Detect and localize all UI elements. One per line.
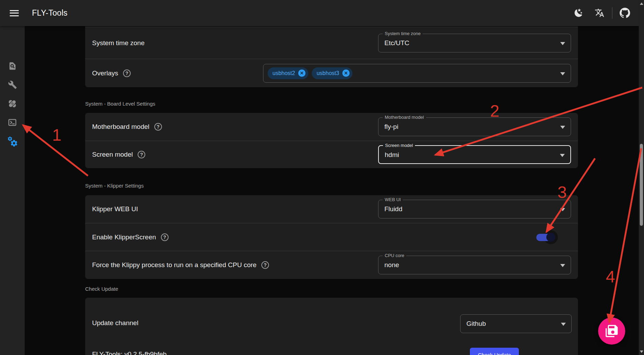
help-icon[interactable]: ? xyxy=(261,261,269,269)
settings-card-klipper: Klipper WEB UI WEB UI Fluidd Enable Klip… xyxy=(85,195,578,279)
row-label: Update channel xyxy=(92,319,138,327)
row-klipper-web-ui: Klipper WEB UI WEB UI Fluidd xyxy=(85,195,578,223)
check-update-button[interactable]: Check Update xyxy=(470,348,519,355)
row-label: Force the Klippy process to run on a spe… xyxy=(92,261,256,269)
annotation-number-4: 4 xyxy=(606,267,615,286)
section-header-board: System - Board Level Settings xyxy=(85,101,155,107)
menu-icon[interactable] xyxy=(10,8,19,17)
settings-card-update: Update channel Github FLY-Tools: v0.2.5-… xyxy=(85,298,578,355)
row-label: Motherboard model xyxy=(92,123,149,131)
select-value: Github xyxy=(466,315,486,333)
github-button[interactable] xyxy=(618,6,631,19)
web-ui-select[interactable]: WEB UI Fluidd xyxy=(378,200,571,218)
row-cpu-core: Force the Klippy process to run on a spe… xyxy=(85,251,578,279)
scrollbar-down-arrow[interactable] xyxy=(639,349,644,354)
sidebar xyxy=(0,26,25,355)
annotation-number-1: 1 xyxy=(52,125,62,145)
row-screen-model: Screen model ? Screen model hdmi xyxy=(85,141,578,168)
annotation-arrow-1 xyxy=(23,125,88,176)
terminal-icon xyxy=(8,118,17,127)
scrollbar-thumb[interactable] xyxy=(640,144,643,226)
chip-label: usbhost2 xyxy=(272,70,295,76)
section-header-klipper: System - Klipper Settings xyxy=(85,183,144,189)
overlays-select[interactable]: usbhost2 ✕ usbhost3 ✕ xyxy=(263,64,571,83)
select-value: hdmi xyxy=(385,146,399,164)
settings-gears-icon xyxy=(7,136,18,147)
bandage-icon xyxy=(8,99,17,108)
night-mode-icon xyxy=(574,8,584,18)
klipperscreen-toggle[interactable] xyxy=(536,230,558,245)
github-icon xyxy=(620,8,630,18)
select-value: fly-pi xyxy=(384,118,398,136)
app-bar: FLY-Tools xyxy=(0,0,639,26)
scrollbar xyxy=(639,0,644,355)
chevron-down-icon xyxy=(560,264,565,267)
row-overlays: Overlays ? usbhost2 ✕ usbhost3 ✕ xyxy=(85,59,578,87)
row-label: Overlays xyxy=(92,69,118,77)
chevron-down-icon xyxy=(560,154,565,157)
section-header-update: Check Update xyxy=(85,286,118,292)
scrollbar-up-arrow[interactable] xyxy=(639,1,644,6)
row-label: System time zone xyxy=(92,39,145,47)
sidebar-item-tools[interactable] xyxy=(0,77,25,92)
app-title: FLY-Tools xyxy=(32,8,67,18)
toggle-thumb xyxy=(546,233,555,242)
overlay-chip: usbhost2 ✕ xyxy=(268,67,308,79)
wrench-icon xyxy=(8,80,17,89)
help-icon[interactable]: ? xyxy=(154,123,162,131)
select-value: Fluidd xyxy=(384,200,402,218)
chip-label: usbhost3 xyxy=(317,70,339,76)
sidebar-item-patches[interactable] xyxy=(0,96,25,111)
row-system-time-zone: System time zone System time zone Etc/UT… xyxy=(85,27,578,59)
row-motherboard-model: Motherboard model ? Motherboard model fl… xyxy=(85,113,578,141)
chip-close-icon[interactable]: ✕ xyxy=(342,69,350,77)
file-search-icon xyxy=(8,61,17,71)
save-fab-button[interactable] xyxy=(598,317,625,345)
help-icon[interactable]: ? xyxy=(161,233,169,241)
row-label: Screen model xyxy=(92,151,133,158)
chevron-down-icon xyxy=(560,42,565,45)
help-icon[interactable]: ? xyxy=(123,69,131,77)
chevron-down-icon xyxy=(561,323,566,326)
overlay-chip: usbhost3 ✕ xyxy=(312,67,352,79)
row-label: Enable KlipperScreen xyxy=(92,233,156,241)
row-enable-klipperscreen: Enable KlipperScreen ? xyxy=(85,223,578,251)
translate-button[interactable] xyxy=(593,6,606,19)
help-icon[interactable]: ? xyxy=(138,151,145,158)
chevron-down-icon xyxy=(560,72,565,75)
update-channel-select[interactable]: Github xyxy=(460,314,572,333)
select-value: none xyxy=(384,256,399,274)
topbar-divider xyxy=(612,7,612,19)
sidebar-item-logs[interactable] xyxy=(0,58,25,74)
cpu-core-select[interactable]: CPU core none xyxy=(378,256,571,274)
chevron-down-icon xyxy=(560,208,565,211)
save-all-icon xyxy=(605,324,618,338)
chip-close-icon[interactable]: ✕ xyxy=(298,69,305,77)
timezone-select[interactable]: System time zone Etc/UTC xyxy=(378,34,571,52)
chip-row: usbhost2 ✕ usbhost3 ✕ xyxy=(268,64,352,82)
night-mode-button[interactable] xyxy=(572,6,585,19)
sidebar-item-terminal[interactable] xyxy=(0,115,25,130)
select-value: Etc/UTC xyxy=(384,34,409,52)
screen-model-select[interactable]: Screen model hdmi xyxy=(378,145,571,164)
version-label: FLY-Tools: v0.2.5-fb9bfeb xyxy=(92,350,166,355)
chevron-down-icon xyxy=(560,126,565,129)
settings-card-board: Motherboard model ? Motherboard model fl… xyxy=(85,113,578,168)
motherboard-select[interactable]: Motherboard model fly-pi xyxy=(378,117,571,136)
translate-icon xyxy=(595,8,604,18)
sidebar-item-settings[interactable] xyxy=(0,134,25,149)
annotation-arrow-4 xyxy=(609,148,641,322)
row-label: Klipper WEB UI xyxy=(92,205,138,213)
